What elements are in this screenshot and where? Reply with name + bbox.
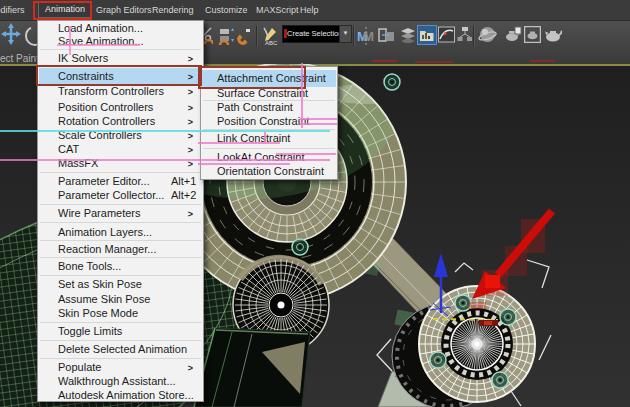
menu-item-assume-skin-pose[interactable]: Assume Skin Pose: [38, 292, 203, 306]
spinner-snap-icon[interactable]: [218, 27, 234, 45]
menu-separator: [40, 204, 201, 205]
artifact-red-dash: [372, 60, 397, 62]
annotation-box-attachment: [198, 66, 306, 89]
menu-item-ik-solvers[interactable]: IK Solvers>: [38, 51, 203, 65]
artifact-pink-seg: [300, 123, 337, 125]
menu-item-animation-layers[interactable]: Animation Layers...: [38, 225, 203, 239]
menu-item-skin-pose-mode[interactable]: Skin Pose Mode: [38, 306, 203, 320]
menu-item-parameter-collector[interactable]: Parameter Collector...Alt+2: [38, 188, 203, 202]
submenu-arrow-icon: >: [188, 115, 193, 129]
annotation-box-constraints: [36, 65, 202, 86]
annotation-box-animation: [33, 1, 92, 20]
submenu-item-path-constraint[interactable]: Path Constraint: [201, 101, 337, 114]
menu-item-populate[interactable]: Populate>: [38, 360, 203, 374]
menu-item-save-animation[interactable]: Save Animation...: [38, 34, 203, 48]
menu-item-position-controllers[interactable]: Position Controllers>: [38, 100, 203, 114]
schematic-view-icon[interactable]: [457, 26, 473, 44]
toolbar-separator: [353, 26, 355, 46]
mirror-icon[interactable]: M M: [357, 26, 375, 46]
menu-item-set-as-skin-pose[interactable]: Set as Skin Pose: [38, 277, 203, 291]
submenu-arrow-icon: >: [188, 52, 193, 66]
menu-item-bone-tools[interactable]: Bone Tools...: [38, 259, 203, 273]
max-window: Modifiers Animation Graph Editors Render…: [0, 0, 630, 407]
menu-separator: [40, 340, 201, 341]
menu-item-reaction-manager[interactable]: Reaction Manager...: [38, 242, 203, 256]
menu-separator: [40, 322, 201, 323]
menu-item-toggle-limits[interactable]: Toggle Limits: [38, 324, 203, 338]
submenu-arrow-icon: >: [188, 207, 193, 221]
submenu-item-orientation-constraint[interactable]: Orientation Constraint: [201, 165, 337, 178]
artifact-red-dash: [415, 61, 453, 63]
artifact-red-dash: [530, 60, 555, 62]
menubar: Modifiers Animation Graph Editors Render…: [0, 0, 630, 21]
curve-editor-icon[interactable]: [438, 26, 455, 44]
menu-separator: [40, 222, 201, 223]
edit-named-selection-sets-icon[interactable]: ABC: [262, 26, 280, 46]
svg-text:ABC: ABC: [265, 40, 278, 46]
menu-rendering[interactable]: Rendering: [152, 0, 194, 20]
svg-text:M: M: [363, 29, 374, 44]
artifact-pink-seg: [276, 153, 336, 155]
submenu-arrow-icon: >: [188, 101, 193, 115]
artifact-pink-vline2: [69, 26, 71, 55]
named-selection-set-dropdown[interactable]: Create Selection Se: [282, 25, 340, 43]
toolbar-separator: [473, 26, 475, 46]
menu-separator: [40, 257, 201, 258]
render-production-icon[interactable]: [544, 26, 562, 43]
artifact-pink-seg: [198, 163, 290, 165]
submenu-arrow-icon: >: [188, 85, 193, 99]
lower-arm-beam: [194, 328, 310, 407]
material-editor-icon[interactable]: [478, 25, 497, 44]
menu-modifiers[interactable]: Modifiers: [0, 0, 25, 20]
menu-graph-editors[interactable]: Graph Editors: [96, 0, 152, 20]
menu-separator: [40, 240, 201, 241]
artifact-pink-seg: [198, 142, 280, 144]
toolbar-separator: [256, 26, 258, 46]
menu-customize[interactable]: Customize: [205, 0, 248, 20]
menu-item-rotation-controllers[interactable]: Rotation Controllers>: [38, 114, 203, 128]
combo-dropdown-arrow[interactable]: ▼: [339, 25, 352, 43]
menu-item-autodesk-animation-store[interactable]: Autodesk Animation Store...: [38, 388, 203, 402]
menu-item-cat[interactable]: CAT>: [38, 142, 203, 156]
artifact-cyan-line: [0, 130, 330, 132]
menu-item-wire-parameters[interactable]: Wire Parameters>: [38, 206, 203, 220]
menu-separator: [40, 172, 201, 173]
submenu-item-position-constraint[interactable]: Position Constraint: [201, 115, 337, 128]
artifact-pink-line: [0, 159, 330, 161]
layer-manager-icon[interactable]: [400, 27, 416, 43]
menu-separator: [40, 358, 201, 359]
menu-maxscript[interactable]: MAXScript: [256, 0, 299, 20]
menu-item-load-animation[interactable]: Load Animation...: [38, 21, 203, 35]
artifact-pink-seg: [300, 118, 337, 120]
menu-separator: [203, 148, 335, 149]
submenu-arrow-icon: >: [188, 361, 193, 375]
snaps-toggle-icon[interactable]: [236, 27, 252, 45]
artifact-pink-tick: [264, 132, 266, 143]
rendered-frame-window-icon[interactable]: [524, 26, 541, 43]
menu-item-walkthrough-assistant[interactable]: Walkthrough Assistant...: [38, 374, 203, 388]
menu-item-delete-selected-animation[interactable]: Delete Selected Animation: [38, 342, 203, 356]
ribbon-tab-object-paint[interactable]: ect Paint: [0, 53, 39, 64]
menu-separator: [40, 275, 201, 276]
submenu-arrow-icon: >: [188, 143, 193, 157]
graphite-toggle-button[interactable]: [417, 25, 437, 45]
menu-item-parameter-editor[interactable]: Parameter Editor...Alt+1: [38, 174, 203, 188]
align-icon[interactable]: [378, 27, 395, 44]
menu-separator: [40, 49, 201, 50]
select-and-move-icon[interactable]: [1, 23, 21, 45]
menu-item-transform-controllers[interactable]: Transform Controllers>: [38, 84, 203, 98]
render-setup-icon[interactable]: [504, 26, 522, 43]
menu-help[interactable]: Help: [300, 0, 319, 20]
